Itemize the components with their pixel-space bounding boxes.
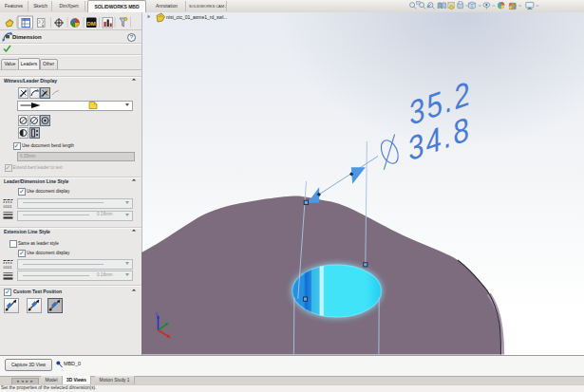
svg-text:nist_ctc_01_asme1_rd_swl...: nist_ctc_01_asme1_rd_swl... — [166, 14, 227, 20]
svg-text:DM: DM — [87, 21, 96, 27]
svg-text:0101: 0101 — [4, 203, 13, 208]
svg-text:0101: 0101 — [4, 265, 13, 270]
